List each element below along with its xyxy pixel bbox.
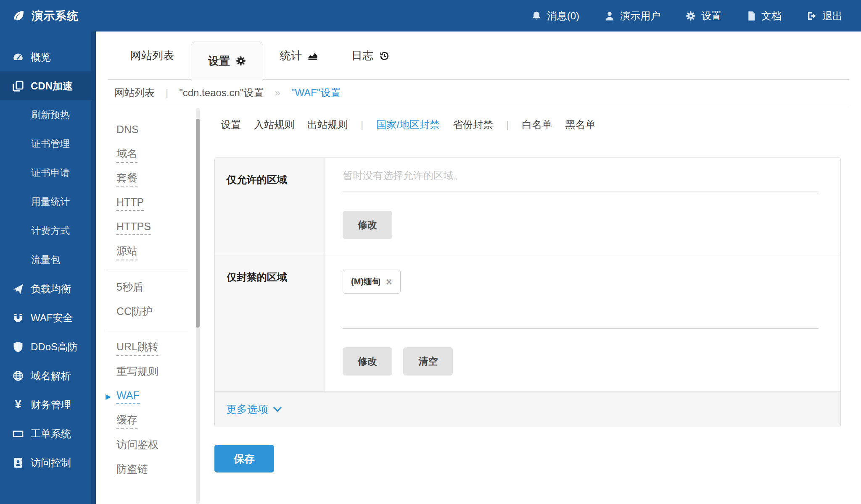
menu-item-http[interactable]: HTTP xyxy=(116,191,201,215)
menu-item-label: WAF xyxy=(116,389,140,404)
tab-settings[interactable]: 设置 xyxy=(191,42,263,80)
paper-plane-icon xyxy=(13,284,24,294)
menu-item-cc-protect[interactable]: CC防护 xyxy=(116,300,201,324)
sidebar-item-label: 域名解析 xyxy=(31,369,71,383)
menu-item-domain[interactable]: 域名 xyxy=(116,142,201,167)
menu-item-plan[interactable]: 套餐 xyxy=(116,167,201,191)
history-icon xyxy=(379,51,389,61)
sidebar-item-billing-mode[interactable]: 计费方式 xyxy=(0,216,96,245)
sidebar-item-access-control[interactable]: 访问控制 xyxy=(0,448,96,477)
sidebar-item-traffic-pack[interactable]: 流量包 xyxy=(0,245,96,274)
subtab-outbound-rules[interactable]: 出站规则 xyxy=(307,118,348,131)
form-footer: 更多选项 xyxy=(215,392,840,427)
save-button[interactable]: 保存 xyxy=(214,445,274,472)
menu-item-cache[interactable]: 缓存 xyxy=(116,409,201,433)
tab-statistics[interactable]: 统计 xyxy=(263,32,335,80)
sidebar-item-dns-resolve[interactable]: 域名解析 xyxy=(0,361,96,390)
menu-item-auth[interactable]: 访问鉴权 xyxy=(116,433,201,457)
tab-label: 设置 xyxy=(208,54,230,68)
shield-icon xyxy=(13,341,24,352)
more-options-link[interactable]: 更多选项 xyxy=(226,402,282,416)
region-tag-label: (M)缅甸 xyxy=(351,276,380,287)
menu-item-label: 源站 xyxy=(116,244,137,260)
yen-icon: ¥ xyxy=(13,398,24,411)
logout-label: 退出 xyxy=(822,9,843,23)
tab-label: 日志 xyxy=(351,48,373,63)
sidebar-item-label: DDoS高防 xyxy=(31,340,78,354)
sidebar-item-label: 证书管理 xyxy=(31,137,70,150)
messages-button[interactable]: 消息(0) xyxy=(531,9,579,23)
chart-area-icon xyxy=(308,51,318,61)
id-badge-icon xyxy=(13,457,24,468)
menu-item-waf[interactable]: ▶ WAF xyxy=(116,384,201,409)
subtab-separator: | xyxy=(506,119,509,131)
menu-item-label: 域名 xyxy=(116,147,137,163)
sidebar-item-ddos[interactable]: DDoS高防 xyxy=(0,332,96,361)
document-icon xyxy=(747,11,756,21)
top-bar: 演示系统 消息(0) 演示用户 设置 文档 退出 xyxy=(0,0,861,32)
sidebar-item-label: 计费方式 xyxy=(31,224,70,237)
blocked-regions-body: (M)缅甸 × 修改 清空 xyxy=(325,255,840,391)
breadcrumb-site-settings[interactable]: "cdn.teaos.cn"设置 xyxy=(179,86,264,100)
settings-button[interactable]: 设置 xyxy=(686,9,721,23)
menu-item-rewrite-rules[interactable]: 重写规则 xyxy=(116,360,201,384)
sidebar-item-finance[interactable]: ¥ 财务管理 xyxy=(0,390,96,419)
docs-button[interactable]: 文档 xyxy=(747,9,782,23)
breadcrumb-separator: | xyxy=(166,87,168,99)
sidebar-item-load-balance[interactable]: 负载均衡 xyxy=(0,274,96,303)
blocked-clear-button[interactable]: 清空 xyxy=(403,347,453,375)
menu-divider xyxy=(106,270,188,270)
subtab-province-block[interactable]: 省份封禁 xyxy=(453,118,493,131)
subtab-blacklist[interactable]: 黑名单 xyxy=(565,118,595,131)
menu-item-label: CC防护 xyxy=(116,304,153,320)
breadcrumb-site-list[interactable]: 网站列表 xyxy=(114,86,155,100)
subtab-inbound-rules[interactable]: 入站规则 xyxy=(254,118,294,131)
menu-item-url-redirect[interactable]: URL跳转 xyxy=(116,336,201,360)
subtab-settings[interactable]: 设置 xyxy=(221,118,241,131)
scrollbar-track[interactable] xyxy=(196,108,200,504)
menu-item-hotlink[interactable]: 防盗链 xyxy=(116,457,201,482)
subtab-country-block[interactable]: 国家/地区封禁 xyxy=(376,118,440,131)
menu-item-label: URL跳转 xyxy=(116,340,158,356)
sidebar-item-label: 流量包 xyxy=(31,253,60,266)
sidebar-item-cert-manage[interactable]: 证书管理 xyxy=(0,129,96,158)
region-tag-myanmar[interactable]: (M)缅甸 × xyxy=(343,270,401,294)
sidebar-item-usage-stats[interactable]: 用量统计 xyxy=(0,187,96,216)
blocked-modify-button[interactable]: 修改 xyxy=(343,347,392,375)
docs-label: 文档 xyxy=(761,9,782,23)
subtab-whitelist[interactable]: 白名单 xyxy=(522,118,552,131)
sidebar: 概览 CDN加速 刷新预热 证书管理 证书申请 用量统计 计费方式 流量包 负载… xyxy=(0,32,96,504)
brand[interactable]: 演示系统 xyxy=(0,8,79,24)
sidebar-item-refresh-prewarm[interactable]: 刷新预热 xyxy=(0,100,96,129)
menu-item-dns[interactable]: DNS xyxy=(116,118,201,142)
copy-icon xyxy=(13,81,24,92)
breadcrumb-separator: » xyxy=(275,87,280,99)
breadcrumb: 网站列表 | "cdn.teaos.cn"设置 » "WAF"设置 xyxy=(108,80,849,106)
menu-item-5s-shield[interactable]: 5秒盾 xyxy=(116,276,201,300)
sidebar-item-label: CDN加速 xyxy=(31,79,73,93)
scrollbar-thumb[interactable] xyxy=(196,119,200,328)
menu-item-https[interactable]: HTTPS xyxy=(116,215,201,240)
sidebar-item-label: 用量统计 xyxy=(31,195,70,208)
menu-item-label: 防盗链 xyxy=(116,462,148,478)
user-button[interactable]: 演示用户 xyxy=(605,9,660,23)
sidebar-item-label: 证书申请 xyxy=(31,166,70,179)
input-underline xyxy=(343,192,819,192)
region-block-form: 仅允许的区域 暂时没有选择允许的区域。 修改 仅封禁的区域 (M)缅甸 × xyxy=(214,158,841,427)
sidebar-item-cdn[interactable]: CDN加速 xyxy=(0,71,96,100)
caret-right-icon: ▶ xyxy=(106,392,111,401)
allowed-modify-button[interactable]: 修改 xyxy=(343,211,392,239)
sidebar-item-cert-apply[interactable]: 证书申请 xyxy=(0,158,96,187)
tab-logs[interactable]: 日志 xyxy=(335,32,406,80)
tab-site-list[interactable]: 网站列表 xyxy=(114,32,191,80)
menu-divider xyxy=(106,330,188,330)
sidebar-item-label: 负载均衡 xyxy=(31,282,71,296)
sidebar-item-waf-security[interactable]: WAF安全 xyxy=(0,303,96,332)
waf-sub-tabs: 设置 入站规则 出站规则 | 国家/地区封禁 省份封禁 | 白名单 黑名单 xyxy=(214,118,841,131)
close-icon[interactable]: × xyxy=(386,279,392,285)
sidebar-item-overview[interactable]: 概览 xyxy=(0,42,96,71)
main-region: DNS 域名 套餐 HTTP HTTPS 源站 5秒盾 CC防护 URL跳转 重… xyxy=(96,106,861,504)
menu-item-origin[interactable]: 源站 xyxy=(116,240,201,264)
logout-button[interactable]: 退出 xyxy=(807,9,843,23)
sidebar-item-tickets[interactable]: 工单系统 xyxy=(0,419,96,448)
